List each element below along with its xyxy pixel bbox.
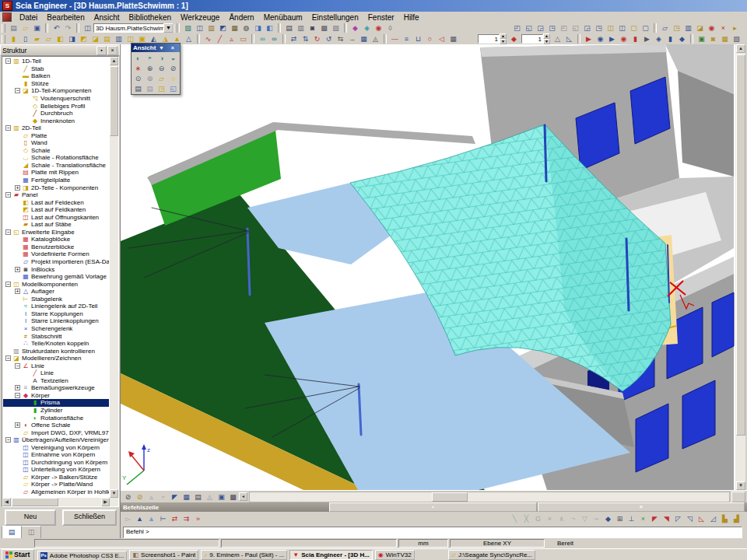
- misc-toolbar-icon[interactable]: ◆: [350, 23, 360, 33]
- view-option-icon[interactable]: ◤: [170, 492, 180, 502]
- viewport-vscroll-thumb[interactable]: [736, 54, 745, 436]
- dimension-toolbar-icon[interactable]: ⊔: [413, 34, 423, 44]
- close-icon[interactable]: ×: [538, 502, 745, 512]
- tree-item-stütze[interactable]: ▮Stütze: [3, 80, 109, 88]
- print-toolbar-icon[interactable]: ▥: [296, 23, 306, 33]
- ucs-toolbar-icon[interactable]: △: [552, 34, 563, 44]
- 3d-viewport[interactable]: z Y: [121, 44, 735, 490]
- taskbar-task-j-seagate-sync-syncre-[interactable]: ▱J:\Seagate Sync\SyncRe...: [448, 550, 535, 560]
- tree-horizontal-scrollbar[interactable]: ◀ ▶: [2, 498, 110, 506]
- modify-toolbar-icon[interactable]: ⇅: [300, 34, 310, 44]
- draw-toolbar-icon[interactable]: ∿: [203, 34, 213, 44]
- spinner-2-arrows[interactable]: ▲▼: [543, 33, 550, 44]
- menu-item-bearbeiten[interactable]: Bearbeiten: [42, 13, 89, 22]
- collapse-icon[interactable]: −: [15, 88, 20, 93]
- dimension-toolbar-icon[interactable]: —: [390, 34, 400, 44]
- tree-item-allgemeinen-körper-in-hohlkörper[interactable]: ▱Allgemeinen Körper in Hohlkörper: [3, 488, 109, 496]
- snap-mode-icon[interactable]: ◺: [696, 514, 707, 523]
- selection-mode-icon[interactable]: ▻: [123, 514, 133, 523]
- tree-item-2d-teil[interactable]: −▥2D-Teil: [3, 124, 109, 132]
- tree-vertical-scrollbar[interactable]: ▲ ▼: [110, 57, 118, 506]
- tab-layers[interactable]: ◫: [21, 526, 41, 539]
- tree-item-last-auf-öffnungskanten[interactable]: ◫Last auf Öffnungskanten: [3, 213, 109, 221]
- modify-toolbar-icon[interactable]: →: [347, 34, 357, 44]
- draw-toolbar-icon[interactable]: ╱: [215, 34, 225, 44]
- selection-toolbar-icon[interactable]: ▮: [665, 34, 675, 44]
- snap-mode-icon[interactable]: ╲: [510, 514, 520, 523]
- window-layout-icon[interactable]: ◳: [594, 23, 604, 33]
- structure-toolbar-icon[interactable]: ◪: [90, 34, 100, 44]
- project-toolbar-icon[interactable]: ◨: [253, 23, 263, 33]
- view-option-icon[interactable]: ▣: [216, 492, 226, 502]
- tree-item-modellieren-zeichnen[interactable]: −◪Modellieren/Zeichnen: [3, 355, 109, 362]
- ucs-toolbar-icon[interactable]: ◺: [564, 34, 574, 44]
- tree-item-vordefinierte-formen[interactable]: ▦Vordefinierte Formen: [3, 250, 109, 258]
- selection-mode-icon[interactable]: ▲: [135, 514, 145, 523]
- modify-toolbar-icon[interactable]: ⇆: [335, 34, 345, 44]
- snap-mode-icon[interactable]: ⊞: [615, 514, 625, 523]
- chevron-down-icon[interactable]: ▼: [156, 45, 167, 51]
- menu-item-hilfe[interactable]: Hilfe: [399, 13, 424, 22]
- close-icon[interactable]: ×: [167, 45, 178, 51]
- tree-item-auflager[interactable]: +△Auflager: [3, 288, 109, 296]
- scroll-left-icon[interactable]: ◀: [2, 498, 11, 506]
- view-tool-icon[interactable]: ∗: [133, 63, 143, 73]
- tree-item-balken[interactable]: ▬Balken: [3, 72, 109, 80]
- view-tool-icon[interactable]: ▱: [156, 73, 167, 83]
- dimension-toolbar-icon[interactable]: ▦: [448, 34, 458, 44]
- image-toolbar-icon[interactable]: ▣: [696, 34, 707, 44]
- viewport-hscroll-thumb[interactable]: [432, 492, 468, 502]
- expand-icon[interactable]: +: [15, 385, 20, 390]
- undo-redo-icon[interactable]: ↷: [63, 23, 73, 33]
- taskbar-task-adobe-photoshop-cs3-e-[interactable]: PsAdobe Photoshop CS3 E...: [37, 551, 128, 560]
- menu-item-ändern[interactable]: Ändern: [224, 13, 258, 22]
- tree-item-vereinigung-von-körpern[interactable]: ◫Vereinigung von Körpern: [3, 443, 109, 451]
- expand-icon[interactable]: +: [15, 185, 20, 191]
- tree-item-rotationsfläche[interactable]: ◗Rotationsfläche: [3, 414, 109, 422]
- activity-spinner-2[interactable]: ▲▼: [521, 33, 550, 44]
- tree-item-fertigteilplatte[interactable]: ▦Fertigteilplatte: [3, 177, 109, 184]
- menu-item-fenster[interactable]: Fenster: [363, 13, 399, 22]
- tree-item-erweiterte-eingabe[interactable]: −◱Erweiterte Eingabe: [3, 229, 109, 236]
- snap-mode-icon[interactable]: G: [533, 514, 543, 523]
- command-input[interactable]: Befehl >: [123, 527, 742, 538]
- tree-item-2d-teile-komponenten[interactable]: +◨2D-Teile - Komponenten: [3, 184, 109, 191]
- layer-icon[interactable]: ◆: [509, 34, 519, 44]
- view-tool-icon[interactable]: ◐: [133, 53, 143, 63]
- collapse-icon[interactable]: −: [5, 355, 11, 361]
- modify-toolbar-icon[interactable]: ↺: [324, 34, 334, 44]
- tab-structure-tree[interactable]: ▤: [2, 526, 22, 539]
- structure-toolbar-icon[interactable]: ▮: [9, 34, 19, 44]
- view-manager-icon[interactable]: ▱: [660, 23, 670, 33]
- tree-item-starre-linienkopplungen[interactable]: IStarre Linienkopplungen: [3, 317, 109, 325]
- structure-toolbar-icon[interactable]: ▰: [32, 34, 42, 44]
- tools-icon[interactable]: ▸: [730, 23, 740, 33]
- tree-item-katalogblöcke[interactable]: ▦Katalogblöcke: [3, 236, 109, 243]
- view-tool-icon[interactable]: ◱: [168, 83, 178, 93]
- snap-mode-icon[interactable]: ∧: [556, 514, 566, 523]
- tree-item-innenknoten[interactable]: ◆Innenknoten: [3, 117, 109, 124]
- misc-toolbar-icon[interactable]: ◈: [362, 23, 372, 33]
- project-toolbar-icon[interactable]: ◫: [195, 23, 205, 33]
- file-toolbar-icon[interactable]: ▤: [9, 23, 19, 33]
- scroll-left-icon[interactable]: ◂: [239, 492, 247, 501]
- selection-toolbar-icon[interactable]: ◉: [595, 34, 605, 44]
- window-layout-icon[interactable]: ◲: [535, 23, 545, 33]
- file-toolbar-icon[interactable]: ▱: [20, 23, 30, 33]
- view-tool-icon[interactable]: ⊚: [145, 73, 155, 83]
- tree-item-panel[interactable]: −▰Panel: [3, 191, 109, 199]
- view-option-icon[interactable]: ▩: [228, 492, 238, 502]
- image-toolbar-icon[interactable]: ◙: [708, 34, 718, 44]
- expand-icon[interactable]: +: [15, 289, 20, 294]
- structure-toolbar-icon[interactable]: ▤: [102, 34, 112, 44]
- spinner-1-arrows[interactable]: ▲▼: [500, 33, 507, 44]
- project-combo[interactable]: 3D Hausm.PlatteSchwimm ▼: [93, 23, 174, 33]
- toolbar-grip[interactable]: [2, 35, 5, 44]
- collapse-icon[interactable]: −: [5, 192, 11, 198]
- tree-item-bemaßungswerkzeuge[interactable]: +≡Bemaßungswerkzeuge: [3, 384, 109, 392]
- modify-toolbar-icon[interactable]: ▦: [359, 34, 369, 44]
- structure-toolbar-icon[interactable]: ◩: [79, 34, 89, 44]
- project-toolbar-icon[interactable]: ◍: [241, 23, 251, 33]
- tree-item-stabschnitt[interactable]: ≠Stabschnitt: [3, 332, 109, 340]
- spinner-1-value[interactable]: [478, 34, 500, 44]
